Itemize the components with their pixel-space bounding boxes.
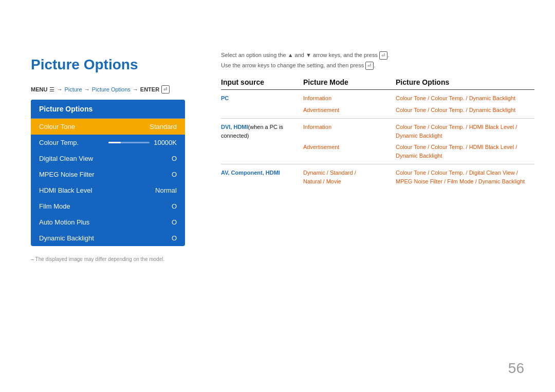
instruction-line-1: Select an option using the ▲ and ▼ arrow… <box>221 51 534 60</box>
menu-item-film-mode[interactable]: Film Mode O <box>31 198 185 214</box>
header-input-source: Input source <box>221 78 303 86</box>
menu-item-dynamic-backlight[interactable]: Dynamic Backlight O <box>31 230 185 246</box>
menu-item-auto-motion-plus-value: O <box>172 218 177 226</box>
table-header: Input source Picture Mode Picture Option… <box>221 78 534 90</box>
cell-av-input: AV, Component, HDMI <box>221 169 303 177</box>
slider-fill <box>108 142 121 143</box>
menu-item-mpeg-noise-filter-value: O <box>172 171 177 178</box>
table-row-pc-ad: Advertisement Colour Tone / Colour Temp.… <box>221 104 534 119</box>
cell-pc-ad-mode: Advertisement <box>303 106 396 115</box>
table-section-pc: PC Information Colour Tone / Colour Temp… <box>221 90 534 119</box>
menu-item-colour-temp[interactable]: Colour Temp. 10000K <box>31 135 185 151</box>
cell-dvi-info-mode: Information <box>303 123 396 132</box>
table-row-dvi-info: DVI, HDMI(when a PC is connected) Inform… <box>221 119 534 141</box>
menu-item-colour-temp-value: 10000K <box>154 139 177 146</box>
menu-item-hdmi-black-level[interactable]: HDMI Black Level Normal <box>31 182 185 198</box>
breadcrumb-menu: MENU <box>31 86 47 92</box>
table-row-av: AV, Component, HDMI Dynamic / Standard /… <box>221 164 534 190</box>
enter-icon-2: ⏎ <box>365 62 374 70</box>
options-table: Input source Picture Mode Picture Option… <box>221 78 534 190</box>
menu-item-colour-tone-label: Colour Tone <box>39 123 75 130</box>
cell-dvi-ad-options: Colour Tone / Colour Temp. / HDMI Black … <box>396 143 534 160</box>
cell-pc-input: PC <box>221 94 303 103</box>
page-number: 56 <box>508 360 524 377</box>
tv-menu-header: Picture Options <box>31 100 185 119</box>
breadcrumb-arrow-3: → <box>133 86 138 92</box>
menu-item-auto-motion-plus[interactable]: Auto Motion Plus O <box>31 214 185 230</box>
left-panel: Picture Options MENU ☰ → Picture → Pictu… <box>31 57 226 262</box>
tv-menu: Picture Options Colour Tone Standard Col… <box>31 100 185 246</box>
header-picture-mode: Picture Mode <box>303 78 396 86</box>
right-panel: Select an option using the ▲ and ▼ arrow… <box>221 51 534 190</box>
cell-dvi-ad-mode: Advertisement <box>303 143 396 152</box>
breadcrumb-menu-icon: ☰ <box>49 86 54 93</box>
table-row-pc-info: PC Information Colour Tone / Colour Temp… <box>221 90 534 104</box>
breadcrumb-picture-options: Picture Options <box>92 86 131 92</box>
footnote: ‒ The displayed image may differ dependi… <box>31 256 226 262</box>
menu-item-mpeg-noise-filter[interactable]: MPEG Noise Filter O <box>31 166 185 182</box>
breadcrumb-arrow-2: → <box>84 86 90 92</box>
colour-temp-slider <box>108 142 150 143</box>
instruction-line-2: Use the arrow keys to change the setting… <box>221 62 534 70</box>
table-section-dvi: DVI, HDMI(when a PC is connected) Inform… <box>221 119 534 164</box>
breadcrumb-arrow-1: → <box>57 86 62 92</box>
enter-icon-1: ⏎ <box>379 51 387 60</box>
menu-item-digital-clean-view-label: Digital Clean View <box>39 155 93 162</box>
breadcrumb-picture: Picture <box>64 86 82 92</box>
breadcrumb-enter-icon: ⏎ <box>161 85 170 94</box>
menu-item-dynamic-backlight-label: Dynamic Backlight <box>39 234 94 242</box>
cell-pc-info-options: Colour Tone / Colour Temp. / Dynamic Bac… <box>396 94 534 103</box>
header-picture-options: Picture Options <box>396 78 534 86</box>
colour-temp-slider-container: 10000K <box>108 139 177 146</box>
cell-pc-ad-options: Colour Tone / Colour Temp. / Dynamic Bac… <box>396 106 534 115</box>
cell-dvi-input: DVI, HDMI(when a PC is connected) <box>221 123 303 140</box>
menu-item-auto-motion-plus-label: Auto Motion Plus <box>39 218 89 226</box>
menu-item-film-mode-value: O <box>172 202 177 210</box>
cell-dvi-info-options: Colour Tone / Colour Temp. / HDMI Black … <box>396 123 534 140</box>
menu-item-hdmi-black-level-label: HDMI Black Level <box>39 186 92 194</box>
table-section-av: AV, Component, HDMI Dynamic / Standard /… <box>221 164 534 190</box>
menu-item-digital-clean-view[interactable]: Digital Clean View O <box>31 151 185 166</box>
menu-item-dynamic-backlight-value: O <box>172 234 177 242</box>
menu-item-digital-clean-view-value: O <box>172 155 177 162</box>
table-row-dvi-ad: Advertisement Colour Tone / Colour Temp.… <box>221 141 534 164</box>
page-title: Picture Options <box>31 57 226 73</box>
menu-item-mpeg-noise-filter-label: MPEG Noise Filter <box>39 171 95 178</box>
menu-item-film-mode-label: Film Mode <box>39 202 70 210</box>
menu-item-colour-tone[interactable]: Colour Tone Standard <box>31 119 185 135</box>
cell-av-mode: Dynamic / Standard / Natural / Movie <box>303 169 396 185</box>
breadcrumb: MENU ☰ → Picture → Picture Options → ENT… <box>31 85 226 94</box>
menu-item-hdmi-black-level-value: Normal <box>155 186 177 194</box>
cell-pc-info-mode: Information <box>303 94 396 103</box>
breadcrumb-enter: ENTER <box>140 86 159 92</box>
cell-av-options: Colour Tone / Colour Temp. / Digital Cle… <box>396 169 534 185</box>
menu-item-colour-temp-label: Colour Temp. <box>39 139 79 146</box>
menu-item-colour-tone-value: Standard <box>150 123 177 130</box>
